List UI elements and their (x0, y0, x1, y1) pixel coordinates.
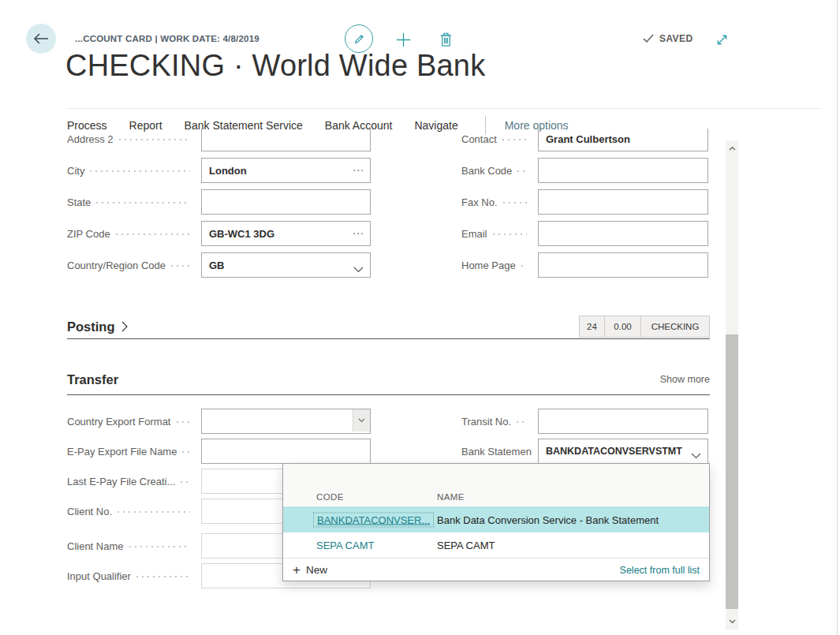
dropdown-footer: + New Select from full list (283, 558, 709, 581)
lookup-dropdown-panel: CODE NAME BANKDATACONVSER... Bank Data C… (282, 463, 710, 581)
plus-icon: + (293, 562, 301, 578)
vertical-scrollbar[interactable] (726, 140, 738, 629)
dropdown-code-link[interactable]: BANKDATACONVSER... (313, 512, 434, 527)
dotted-leader (502, 139, 527, 140)
posting-section-underline (67, 338, 710, 339)
window-border (837, 0, 838, 635)
dotted-leader (181, 481, 190, 483)
transit-no-input[interactable] (538, 409, 708, 434)
field-label: Fax No. (461, 196, 498, 208)
field-row-country: Country/Region Code (67, 252, 371, 278)
field-row-country-export-format: Country Export Format (67, 409, 371, 434)
field-label: State (67, 196, 91, 208)
column-header-name: NAME (437, 492, 465, 502)
saved-label: SAVED (659, 33, 693, 44)
dropdown-header-strip (283, 464, 709, 506)
chevron-right-icon (121, 321, 128, 332)
page-header: ...CCOUNT CARD | WORK DATE: 4/8/2019 SAV… (0, 0, 836, 129)
field-label: Bank Code (461, 165, 512, 177)
chevron-down-icon[interactable] (691, 448, 701, 462)
dotted-leader (517, 421, 527, 423)
field-label: Last E-Pay File Creati... (67, 476, 175, 487)
field-row-epay-export-file: E-Pay Export File Name (67, 439, 371, 464)
badge-posting-group[interactable]: CHECKING (640, 316, 710, 338)
dropdown-row[interactable]: SEPA CAMT SEPA CAMT (283, 532, 709, 558)
badge-balance-count[interactable]: 24 (579, 316, 605, 338)
dropdown-row-selected[interactable]: BANKDATACONVSER... Bank Data Conversion … (283, 506, 709, 532)
badge-balance-amount[interactable]: 0.00 (604, 316, 641, 338)
dotted-leader (517, 170, 527, 172)
state-input[interactable] (201, 189, 371, 215)
dropdown-name-cell: SEPA CAMT (437, 540, 495, 551)
expand-button[interactable] (712, 30, 731, 49)
select-chevron-button[interactable] (353, 409, 370, 431)
field-label: Country/Region Code (67, 260, 166, 271)
dotted-leader (136, 576, 190, 577)
scroll-up-button[interactable] (726, 142, 738, 155)
menu-item-bank-account[interactable]: Bank Account (325, 119, 393, 132)
field-label: E-Pay Export File Name (67, 446, 177, 458)
transfer-section-underline (67, 394, 710, 395)
field-label: Email (461, 228, 487, 240)
dropdown-code-link[interactable]: SEPA CAMT (316, 540, 374, 551)
transfer-title: Transfer (67, 372, 118, 387)
field-label: City (67, 165, 84, 177)
breadcrumb-caption: ...CCOUNT CARD | WORK DATE: 4/8/2019 (75, 34, 259, 43)
menu-item-bank-statement-service[interactable]: Bank Statement Service (185, 119, 303, 132)
zip-assist-button[interactable]: ... (353, 224, 364, 237)
chevron-down-icon[interactable] (353, 262, 364, 276)
email-input[interactable] (538, 221, 708, 246)
dotted-leader (171, 265, 190, 267)
dotted-leader (119, 139, 190, 140)
page-title: CHECKING · World Wide Bank (65, 49, 485, 83)
field-label: Client Name (67, 540, 124, 552)
country-region-input[interactable] (201, 252, 371, 278)
new-record-button[interactable]: + New (293, 562, 327, 578)
trash-icon (439, 31, 454, 48)
country-export-format-select[interactable] (201, 409, 371, 434)
column-header-code: CODE (316, 492, 344, 502)
city-assist-button[interactable]: ... (353, 161, 364, 174)
field-label: Home Page (461, 260, 516, 271)
delete-button[interactable] (436, 29, 455, 50)
show-more-link[interactable]: Show more (660, 374, 710, 385)
menu-item-navigate[interactable]: Navigate (414, 119, 457, 132)
epay-export-file-input[interactable] (201, 439, 371, 464)
menu-item-report[interactable]: Report (129, 119, 162, 132)
dotted-leader (116, 233, 190, 235)
back-arrow-icon (33, 32, 49, 45)
more-options-button[interactable]: More options (505, 119, 569, 132)
transfer-section-header: Transfer Show more (67, 369, 710, 390)
new-button[interactable] (394, 30, 413, 49)
dotted-leader (493, 233, 527, 235)
back-button[interactable] (26, 24, 56, 54)
select-from-full-list-link[interactable]: Select from full list (620, 565, 700, 576)
posting-section-toggle[interactable]: Posting (67, 319, 128, 334)
posting-summary-badges: 24 0.00 CHECKING (580, 316, 710, 338)
dotted-leader (182, 451, 190, 453)
scrollbar-thumb[interactable] (726, 334, 738, 609)
pencil-icon (353, 32, 366, 46)
header-divider (67, 108, 820, 109)
dotted-leader (96, 202, 190, 204)
field-label: Transit No. (461, 416, 511, 428)
new-record-label: New (306, 564, 327, 576)
posting-section-header: Posting 24 0.00 CHECKING (67, 316, 710, 338)
expand-icon (715, 32, 730, 47)
menu-item-process[interactable]: Process (67, 119, 107, 132)
card-content: Address 2 City ... State ZIP Code ... Co… (0, 129, 836, 635)
bank-code-input[interactable] (538, 158, 708, 183)
city-input[interactable] (201, 158, 371, 183)
dropdown-name-cell: Bank Data Conversion Service - Bank Stat… (437, 514, 659, 525)
dotted-leader (521, 265, 527, 267)
field-label: Input Qualifier (67, 570, 131, 582)
field-row-fax: Fax No. (461, 189, 708, 215)
scroll-down-button[interactable] (726, 615, 738, 628)
home-page-input[interactable] (538, 252, 708, 278)
bank-statement-import-input[interactable] (538, 439, 708, 464)
field-row-zip: ZIP Code ... (67, 221, 371, 246)
chevron-down-icon (729, 619, 736, 624)
zip-code-input[interactable] (201, 221, 371, 246)
fax-input[interactable] (538, 189, 708, 215)
chevron-up-icon (729, 146, 736, 151)
